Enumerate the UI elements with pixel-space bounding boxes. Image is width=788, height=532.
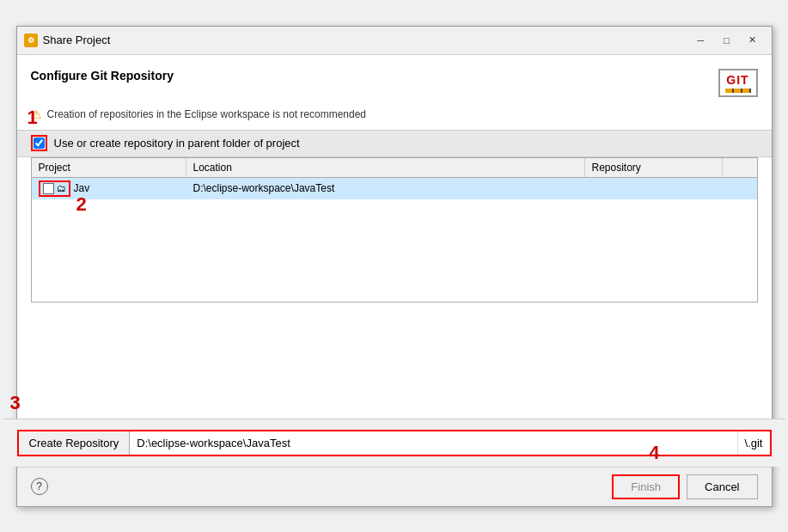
close-button[interactable]: ✕ xyxy=(741,32,765,49)
minimize-button[interactable]: ─ xyxy=(689,32,713,49)
location-cell: D:\eclipse-workspace\JavaTest xyxy=(186,180,585,197)
col-extra xyxy=(723,158,757,177)
repository-cell xyxy=(585,186,723,191)
git-logo-bar xyxy=(725,89,751,93)
annotation-1: 1 xyxy=(27,107,38,129)
parent-folder-label: Use or create repository in parent folde… xyxy=(54,137,300,150)
annotation-2: 2 xyxy=(76,193,87,216)
checkbox-row-container: 1 Use or create repository in parent fol… xyxy=(17,130,772,157)
col-location: Location xyxy=(186,158,585,177)
help-button[interactable]: ? xyxy=(31,478,48,495)
title-bar: ⚙ Share Project ─ □ ✕ xyxy=(17,27,772,55)
warning-row: ⚠ Creation of repositories in the Eclips… xyxy=(31,107,758,121)
project-checkbox-border: 🗂 xyxy=(39,180,70,197)
cancel-button[interactable]: Cancel xyxy=(687,474,757,499)
table-row: 2 🗂 Jav D:\eclipse-workspace\JavaTest xyxy=(32,178,757,199)
git-suffix: \.git xyxy=(737,431,770,455)
annotation-4: 4 xyxy=(649,442,659,464)
projects-table: Project Location Repository 2 🗂 Jav xyxy=(31,157,758,303)
warning-text: Creation of repositories in the Eclipse … xyxy=(47,108,367,120)
col-repository: Repository xyxy=(585,158,723,177)
git-logo: GIT xyxy=(718,69,758,97)
parent-folder-checkbox-border xyxy=(31,135,47,151)
top-content-area: Configure Git Repository GIT ⚠ Creation … xyxy=(17,55,772,130)
table-area: Project Location Repository 2 🗂 Jav xyxy=(17,157,772,419)
annotation-3: 3 xyxy=(10,392,21,414)
table-header: Project Location Repository xyxy=(32,158,757,178)
project-icon: 🗂 xyxy=(57,183,66,193)
extra-cell xyxy=(723,186,757,191)
location-value: D:\eclipse-workspace\JavaTest xyxy=(193,182,335,194)
configure-git-title: Configure Git Repository xyxy=(31,69,174,83)
git-logo-text: GIT xyxy=(726,73,748,87)
create-repository-button[interactable]: Create Repository xyxy=(19,431,131,455)
project-row-checkbox[interactable] xyxy=(43,183,54,194)
project-cell: 🗂 Jav xyxy=(32,178,186,199)
dialog-footer: 4 ? Finish Cancel xyxy=(17,467,772,506)
share-project-dialog: ⚙ Share Project ─ □ ✕ Configure Git Repo… xyxy=(16,26,773,507)
repo-path-input[interactable] xyxy=(130,431,736,455)
dialog-title: Share Project xyxy=(43,34,684,46)
create-repo-section: 3 Create Repository \.git xyxy=(3,419,785,467)
parent-folder-checkbox[interactable] xyxy=(34,138,45,149)
finish-button[interactable]: Finish xyxy=(612,474,680,499)
window-controls: ─ □ ✕ xyxy=(689,32,765,49)
dialog-icon: ⚙ xyxy=(24,34,38,47)
maximize-button[interactable]: □ xyxy=(715,32,739,49)
col-project: Project xyxy=(32,158,186,177)
header-row: Configure Git Repository GIT xyxy=(31,69,758,97)
footer-buttons: Finish Cancel xyxy=(612,474,757,499)
table-spacer xyxy=(31,303,758,405)
